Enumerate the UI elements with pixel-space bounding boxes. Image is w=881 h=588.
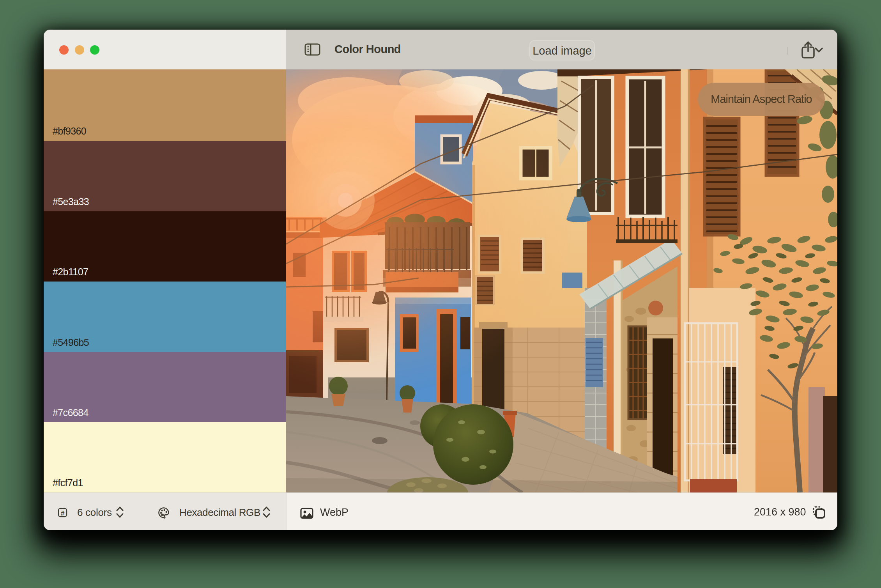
svg-text:#: # [61, 510, 65, 517]
svg-text:2016 x 980: 2016 x 980 [754, 506, 806, 518]
svg-text:WebP: WebP [320, 507, 349, 518]
svg-text:Hexadecimal RGB: Hexadecimal RGB [179, 507, 260, 518]
svg-text:6 colors: 6 colors [77, 507, 112, 518]
